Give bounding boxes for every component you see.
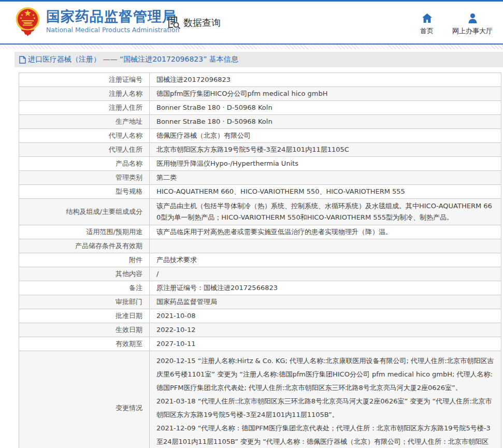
row-value: 德国pfm医疗集团HICO分公司pfm medical hico gmbH [150, 87, 501, 101]
row-label: 结构及组成/主要组成成分 [19, 199, 150, 225]
table-row: 批准日期2021-10-08 [19, 309, 501, 323]
home-icon [422, 13, 433, 23]
table-row: 附件产品技术要求 [19, 253, 501, 267]
row-value: 2027-10-11 [150, 337, 501, 351]
row-value: 2020-12-15 “注册人名称:Hirtz & Co. KG; 代理人名称:… [150, 351, 501, 448]
registration-info-table: 注册证编号国械注进20172096823注册人名称德国pfm医疗集团HICO分公… [19, 73, 501, 448]
table-row: 备注原注册证编号：国械注进20172566823 [19, 281, 501, 295]
row-value: 该产品临床用于对高热患者或需要实施亚低温治疗的患者实现物理升（降）温。 [150, 225, 501, 239]
nav-home[interactable]: 首页 [420, 13, 434, 36]
row-label: 产品储存条件及有效期 [19, 239, 150, 253]
org-subtitle: National Medical Products Administration [46, 26, 179, 34]
row-label: 生效日期 [19, 323, 150, 337]
table-row: 产品名称医用物理升降温仪Hypo-/Hyperthermia Units [19, 157, 501, 171]
table-row: 管理类别第二类 [19, 171, 501, 185]
table-row: 变更情况2020-12-15 “注册人名称:Hirtz & Co. KG; 代理… [19, 351, 501, 448]
row-label: 变更情况 [19, 351, 150, 448]
info-table-body: 注册证编号国械注进20172096823注册人名称德国pfm医疗集团HICO分公… [19, 73, 501, 448]
nav-service-hall-label: 网上办事大厅 [452, 26, 493, 36]
row-value: 北京市朝阳区东方东路19号院5号楼-3至24层101内11层1105C [150, 143, 501, 157]
table-row: 产品储存条件及有效期 [19, 239, 501, 253]
site-logo[interactable]: 国家药品监督管理局 National Medical Products Admi… [16, 6, 179, 36]
hatched-band [0, 45, 503, 49]
document-search-icon [167, 16, 181, 30]
row-label: 注册人住所 [19, 101, 150, 115]
breadcrumb-title: 进口医疗器械（注册） —— “国械注进20172096823” 基本信息 [28, 55, 238, 64]
row-label: 审批部门 [19, 295, 150, 309]
row-label: 生产地址 [19, 115, 150, 129]
row-value: 德佩医疗器械（北京）有限公司 [150, 129, 501, 143]
table-row: 审批部门国家药品监督管理局 [19, 295, 501, 309]
table-row: 其他内容/ [19, 267, 501, 281]
row-value: Bonner StraBe 180 · D-50968 Koln [150, 115, 501, 129]
row-value: Bonner StraBe 180 · D-50968 Koln [150, 101, 501, 115]
row-label: 代理人住所 [19, 143, 150, 157]
row-label: 附件 [19, 253, 150, 267]
row-label: 备注 [19, 281, 150, 295]
row-label: 适用范围/预期用途 [19, 225, 150, 239]
table-row: 有效期至2027-10-11 [19, 337, 501, 351]
nav-service-hall[interactable]: 网上办事大厅 [452, 13, 493, 36]
row-label: 注册人名称 [19, 87, 150, 101]
nav-home-label: 首页 [420, 26, 434, 36]
table-row: 代理人名称德佩医疗器械（北京）有限公司 [19, 129, 501, 143]
table-row: 生产地址Bonner StraBe 180 · D-50968 Koln [19, 115, 501, 129]
row-label: 有效期至 [19, 337, 150, 351]
table-row: 适用范围/预期用途该产品临床用于对高热患者或需要实施亚低温治疗的患者实现物理升（… [19, 225, 501, 239]
row-label: 产品名称 [19, 157, 150, 171]
row-value: HICO-AQUATHERM 660、HICO-VARIOTHERM 550、H… [150, 185, 501, 199]
table-row: 注册人住所Bonner StraBe 180 · D-50968 Koln [19, 101, 501, 115]
data-query-label: 数据查询 [183, 17, 221, 29]
national-emblem-icon [16, 6, 40, 36]
table-row: 结构及组成/主要组成成分该产品由主机（包括半导体制冷（热）系统、控制系统、水循环… [19, 199, 501, 225]
row-value: 第二类 [150, 171, 501, 185]
row-label: 其他内容 [19, 267, 150, 281]
table-row: 型号规格HICO-AQUATHERM 660、HICO-VARIOTHERM 5… [19, 185, 501, 199]
header-nav: 首页 网上办事大厅 [420, 13, 493, 36]
table-row: 代理人住所北京市朝阳区东方东路19号院5号楼-3至24层101内11层1105C [19, 143, 501, 157]
table-row: 注册人名称德国pfm医疗集团HICO分公司pfm medical hico gm… [19, 87, 501, 101]
main-content: 进口医疗器械（注册） —— “国械注进20172096823” 基本信息 注册证… [15, 52, 503, 448]
row-value: 该产品由主机（包括半导体制冷（热）系统、控制系统、水循环系统）及水毯组成。其中H… [150, 199, 501, 225]
user-icon [467, 13, 478, 23]
row-value: 国家药品监督管理局 [150, 295, 501, 309]
row-value: 2022-10-12 [150, 323, 501, 337]
org-title: 国家药品监督管理局 [46, 9, 179, 24]
row-label: 批准日期 [19, 309, 150, 323]
data-query-button[interactable]: 数据查询 [167, 16, 221, 30]
org-title-block: 国家药品监督管理局 National Medical Products Admi… [46, 9, 179, 34]
page-icon [19, 56, 26, 64]
row-value [150, 239, 501, 253]
row-value: 产品技术要求 [150, 253, 501, 267]
row-value: 2021-10-08 [150, 309, 501, 323]
row-label: 注册证编号 [19, 73, 150, 87]
table-row: 注册证编号国械注进20172096823 [19, 73, 501, 87]
breadcrumb: 进口医疗器械（注册） —— “国械注进20172096823” 基本信息 [15, 52, 503, 67]
row-value: / [150, 267, 501, 281]
row-label: 管理类别 [19, 171, 150, 185]
table-row: 生效日期2022-10-12 [19, 323, 501, 337]
row-label: 型号规格 [19, 185, 150, 199]
row-label: 代理人名称 [19, 129, 150, 143]
row-value: 医用物理升降温仪Hypo-/Hyperthermia Units [150, 157, 501, 171]
row-value: 国械注进20172096823 [150, 73, 501, 87]
row-value: 原注册证编号：国械注进20172566823 [150, 281, 501, 295]
site-header: 国家药品监督管理局 National Medical Products Admi… [0, 2, 503, 44]
